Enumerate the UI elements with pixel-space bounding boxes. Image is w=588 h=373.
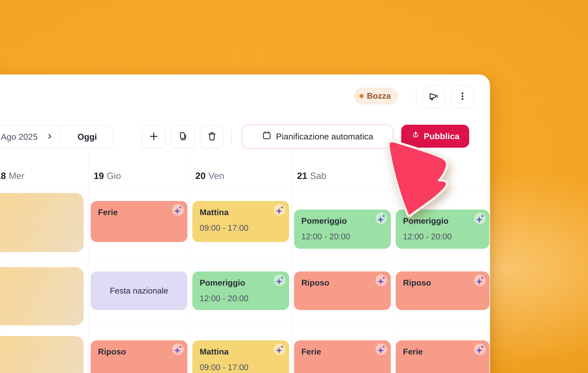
copy-icon <box>178 131 188 143</box>
month-label: Ago 2025 <box>1 132 38 142</box>
row-divider <box>0 187 490 187</box>
kebab-menu-icon <box>457 91 468 103</box>
ai-sparkle-icon <box>474 213 486 224</box>
shift-chip-pomeriggio[interactable]: Pomeriggio12:00 - 20:00 <box>192 271 289 310</box>
shift-title: Pomeriggio <box>403 216 482 226</box>
status-label: Bozza <box>367 91 391 101</box>
day-header-21: 21Sab <box>297 170 326 181</box>
ai-sparkle-icon <box>172 204 184 216</box>
ai-sparkle-icon <box>274 343 285 355</box>
shift-title: Riposo <box>301 277 383 288</box>
upload-icon <box>411 130 420 142</box>
shift-title: Pomeriggio <box>200 277 282 288</box>
ai-sparkle-icon <box>376 343 387 355</box>
day-number: 21 <box>297 170 307 181</box>
publish-button[interactable]: Pubblica <box>401 125 469 148</box>
shift-chip-ferie[interactable]: Ferie <box>294 340 391 373</box>
shift-chip-riposo[interactable]: Riposo <box>396 271 489 310</box>
more-button[interactable] <box>451 85 474 108</box>
day-number: 20 <box>195 170 206 181</box>
ai-sparkle-icon <box>172 343 184 355</box>
chevron-right-icon <box>46 132 53 141</box>
row-divider <box>0 327 490 327</box>
shift-chip-ferie[interactable]: Ferie <box>396 340 489 373</box>
day-header-18: 18Mer <box>0 170 24 181</box>
shift-title: Mattina <box>200 207 282 217</box>
shift-time: 12:00 - 20:00 <box>403 231 482 242</box>
ai-sparkle-icon <box>376 213 387 224</box>
delete-button[interactable] <box>200 125 224 148</box>
day-weekday: Gio <box>107 170 121 181</box>
status-dot-icon <box>359 94 364 98</box>
next-period-button[interactable] <box>46 132 53 141</box>
today-button[interactable]: Oggi <box>61 132 113 142</box>
shift-title: Festa nazionale <box>110 286 168 296</box>
column-divider <box>292 126 292 373</box>
megaphone-icon <box>428 91 439 103</box>
publish-label: Pubblica <box>424 131 459 141</box>
duplicate-button[interactable] <box>171 125 194 148</box>
day-number: 18 <box>0 170 6 181</box>
announce-button[interactable] <box>423 85 445 108</box>
row-divider <box>0 257 490 257</box>
shift-chip-pomeriggio[interactable]: Pomeriggio12:00 - 20:00 <box>396 210 489 249</box>
ai-sparkle-icon <box>274 275 285 286</box>
shift-title: Mattina <box>200 347 282 357</box>
shift-title: Pomeriggio <box>301 216 383 226</box>
ai-sparkle-icon <box>274 204 285 216</box>
shift-title: Ferie <box>301 347 383 357</box>
shift-title: Ferie <box>98 207 180 217</box>
divider <box>416 88 417 104</box>
shift-title: Ferie <box>403 347 482 357</box>
shift-chip-riposo[interactable]: Riposo <box>294 271 391 310</box>
status-badge: Bozza <box>354 88 398 105</box>
shift-title: Riposo <box>98 347 180 357</box>
ai-sparkle-icon <box>474 275 486 286</box>
ai-sparkle-icon <box>376 275 387 286</box>
column-divider <box>393 126 394 373</box>
shift-time: 12:00 - 20:00 <box>200 293 282 304</box>
divider <box>231 129 231 144</box>
auto-schedule-button[interactable]: Pianificazione automatica <box>242 125 393 148</box>
day-weekday: Ven <box>208 170 224 181</box>
shift-chip-festa-nazionale[interactable]: Festa nazionale <box>91 271 188 310</box>
shift-chip-riposo[interactable]: Riposo <box>91 340 188 373</box>
trash-icon <box>207 131 217 143</box>
shift-time: 09:00 - 17:00 <box>200 223 282 233</box>
add-shift-button[interactable] <box>142 125 165 148</box>
calendar-icon <box>262 130 272 142</box>
day-weekday: Sab <box>310 170 326 181</box>
shift-chip-mattina[interactable]: Mattina09:00 - 17:00 <box>192 340 289 373</box>
column-divider <box>190 126 190 373</box>
ai-sparkle-icon <box>474 343 486 355</box>
ghost-shift-chip[interactable] <box>0 267 84 325</box>
column-divider <box>88 126 88 373</box>
shift-time: 12:00 - 20:00 <box>301 231 383 242</box>
shift-time: 09:00 - 17:00 <box>200 362 282 373</box>
marketing-stage: Bozza Ago 2025 Oggi <box>0 0 588 373</box>
date-navigator: Ago 2025 Oggi <box>0 125 113 148</box>
day-header-19: 19Gio <box>94 170 121 181</box>
day-weekday: Mer <box>9 170 24 181</box>
ghost-shift-chip[interactable] <box>0 193 84 252</box>
shift-chip-pomeriggio[interactable]: Pomeriggio12:00 - 20:00 <box>294 210 391 249</box>
plus-icon <box>148 131 159 143</box>
ghost-shift-chip[interactable] <box>0 336 84 373</box>
shift-title: Riposo <box>403 277 482 288</box>
auto-schedule-label: Pianificazione automatica <box>276 132 373 141</box>
day-header-20: 20Ven <box>195 170 224 181</box>
shift-chip-ferie[interactable]: Ferie <box>91 201 188 242</box>
day-number: 19 <box>94 170 104 181</box>
shift-chip-mattina[interactable]: Mattina09:00 - 17:00 <box>192 201 289 242</box>
